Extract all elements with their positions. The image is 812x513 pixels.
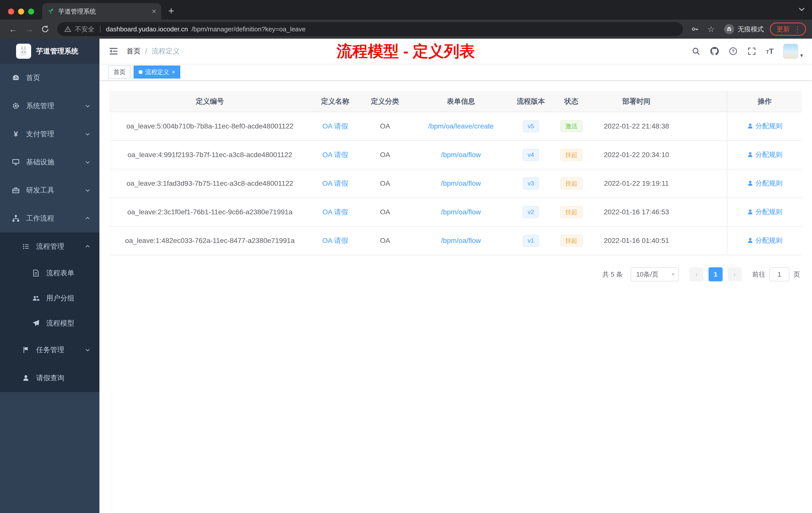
forward-button[interactable]: →	[22, 22, 36, 36]
assign-rule-link[interactable]: 分配规则	[747, 179, 783, 188]
cell-deploy-time: 2022-01-16 17:46:53	[593, 198, 680, 227]
page-number-button[interactable]: 1	[708, 267, 723, 281]
definition-name-link[interactable]: OA 请假	[322, 151, 348, 159]
sidebar-item-process-model[interactable]: 流程模型	[0, 311, 99, 336]
navbar-actions: ? TT ▾	[692, 44, 803, 59]
tab-search-chevron-icon[interactable]	[799, 6, 805, 12]
sidebar-logo[interactable]: 芋道管理系统	[0, 39, 99, 64]
address-bar[interactable]: 不安全 dashboard.yudao.iocoder.cn/bpm/manag…	[57, 22, 683, 36]
monitor-icon	[12, 158, 20, 166]
cell-category: OA	[360, 169, 410, 198]
cell-category: OA	[360, 141, 410, 169]
deploy-time: 2022-01-22 21:48:38	[604, 122, 669, 130]
sidebar-item-system[interactable]: 系统管理	[0, 92, 99, 120]
cell-action: 分配规则	[727, 198, 802, 227]
table-row: oa_leave:3:1fad3d93-7b75-11ec-a3c8-acde4…	[110, 169, 802, 198]
form-link[interactable]: /bpm/oa/flow	[441, 179, 481, 187]
form-link[interactable]: /bpm/oa/leave/create	[428, 122, 494, 130]
tag-process-definition[interactable]: 流程定义 ×	[134, 65, 180, 79]
sidebar-item-label: 流程表单	[46, 268, 74, 278]
close-window-button[interactable]	[8, 8, 14, 14]
font-size-icon[interactable]: TT	[766, 47, 774, 56]
next-page-button[interactable]: ›	[728, 267, 742, 281]
chevron-up-icon	[85, 244, 90, 249]
assign-rule-link[interactable]: 分配规则	[747, 236, 783, 245]
sidebar-item-leave-query[interactable]: 请假查询	[0, 364, 99, 392]
sidebar-item-payment[interactable]: ¥ 支付管理	[0, 120, 99, 148]
cell-status: 挂起	[550, 227, 593, 255]
cell-category: OA	[360, 227, 410, 255]
toolbox-icon	[12, 186, 20, 194]
sidebar-item-home[interactable]: 首页	[0, 64, 99, 92]
sidebar-item-process-form[interactable]: 流程表单	[0, 261, 99, 285]
definition-name-link[interactable]: OA 请假	[322, 208, 348, 216]
help-icon[interactable]: ?	[729, 47, 738, 56]
search-icon[interactable]	[692, 47, 700, 56]
password-key-icon[interactable]	[688, 22, 702, 36]
minimize-window-button[interactable]	[18, 8, 24, 14]
goto-page-input[interactable]	[769, 267, 789, 281]
gear-icon	[12, 102, 20, 110]
definition-name-link[interactable]: OA 请假	[322, 179, 348, 187]
goto-page: 前往 页	[752, 267, 800, 281]
pagination: 共 5 条 10条/页 ▾ ‹ 1 › 前往 页	[110, 255, 802, 281]
bookmark-star-icon[interactable]: ☆	[704, 22, 718, 36]
form-link[interactable]: /bpm/oa/flow	[441, 151, 481, 159]
tab-title: 芋道管理系统	[58, 7, 148, 16]
cell-form: /bpm/oa/flow	[410, 227, 512, 255]
browser-window: 芋道管理系统 × + ← → 不安全 dashboard.yudao.iocod…	[0, 0, 812, 513]
sidebar-item-process-management[interactable]: 流程管理	[0, 233, 99, 261]
cell-action: 分配规则	[727, 169, 802, 198]
menu-dots-icon[interactable]: ⋮	[794, 25, 801, 34]
form-link[interactable]: /bpm/oa/flow	[441, 208, 481, 216]
sidebar-item-label: 流程管理	[36, 242, 64, 251]
table-row: oa_leave:5:004b710b-7b8a-11ec-8ef0-acde4…	[110, 112, 802, 141]
sidebar-item-task-management[interactable]: 任务管理	[0, 336, 99, 364]
deploy-time: 2022-01-16 01:40:51	[604, 237, 669, 244]
chevron-up-icon	[85, 216, 90, 221]
github-icon[interactable]	[710, 47, 719, 56]
close-tab-icon[interactable]: ×	[152, 7, 156, 15]
fullscreen-icon[interactable]	[747, 47, 756, 56]
user-avatar[interactable]: ▾	[783, 44, 803, 59]
definition-name-link[interactable]: OA 请假	[322, 122, 348, 130]
breadcrumb-home[interactable]: 首页	[126, 47, 141, 56]
reload-button[interactable]	[38, 22, 52, 36]
tag-home[interactable]: 首页	[109, 65, 130, 79]
assign-rule-label: 分配规则	[755, 207, 783, 216]
close-tag-icon[interactable]: ×	[172, 69, 175, 75]
column-header: 操作	[727, 91, 802, 112]
browser-tab[interactable]: 芋道管理系统 ×	[42, 3, 161, 20]
sidebar-fold-icon[interactable]	[109, 46, 118, 56]
breadcrumb-separator: /	[145, 47, 147, 55]
column-header: 状态	[550, 91, 593, 112]
assign-rule-link[interactable]: 分配规则	[747, 207, 783, 216]
sidebar-item-devtools[interactable]: 研发工具	[0, 176, 99, 204]
prev-page-button[interactable]: ‹	[690, 267, 703, 281]
zoom-window-button[interactable]	[28, 8, 34, 14]
breadcrumb: 首页 / 流程定义	[126, 47, 180, 56]
cell-status: 挂起	[550, 169, 593, 198]
cell-deploy-time: 2022-01-16 01:40:51	[593, 227, 680, 255]
back-button[interactable]: ←	[6, 22, 20, 36]
url-path: /bpm/manager/definition?key=oa_leave	[192, 25, 306, 33]
version-badge: v1	[523, 235, 539, 247]
cell-version: v3	[512, 169, 550, 198]
url-host: dashboard.yudao.iocoder.cn	[106, 25, 188, 33]
page-size-select[interactable]: 10条/页 ▾	[631, 267, 679, 281]
cell-form: /bpm/oa/flow	[410, 141, 512, 169]
sidebar-item-infrastructure[interactable]: 基础设施	[0, 148, 99, 176]
cell-version: v2	[512, 198, 550, 227]
new-tab-button[interactable]: +	[161, 5, 181, 20]
cell-status: 激活	[550, 112, 593, 141]
sidebar-item-user-group[interactable]: 用户分组	[0, 285, 99, 311]
breadcrumb-current: 流程定义	[152, 47, 180, 56]
update-button[interactable]: 更新 ⋮	[770, 23, 806, 36]
assign-rule-link[interactable]: 分配规则	[747, 121, 783, 130]
definition-name-link[interactable]: OA 请假	[322, 237, 348, 244]
definition-table: 定义编号 定义名称 定义分类 表单信息 流程版本 状态 部署时间 操作 oa_l…	[110, 91, 802, 255]
assign-rule-link[interactable]: 分配规则	[747, 150, 783, 159]
person-icon	[747, 237, 754, 244]
sidebar-item-workflow[interactable]: 工作流程	[0, 204, 99, 233]
form-link[interactable]: /bpm/oa/flow	[441, 237, 481, 244]
